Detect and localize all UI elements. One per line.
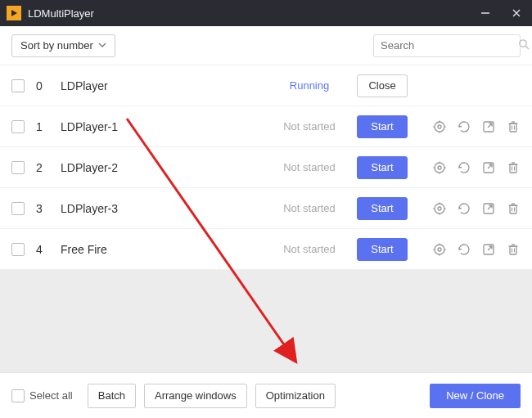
backup-icon[interactable] bbox=[457, 160, 471, 175]
instance-row: 4 Free Fire Not started Start bbox=[0, 229, 532, 270]
svg-point-42 bbox=[438, 248, 441, 251]
shortcut-icon[interactable] bbox=[481, 119, 496, 134]
search-box[interactable] bbox=[373, 34, 521, 57]
settings-icon[interactable] bbox=[432, 160, 447, 175]
instance-list: 0 LDPlayer Running Close 1 LDPlayer-1 No… bbox=[0, 65, 532, 270]
search-input[interactable] bbox=[381, 39, 518, 52]
instance-status: Running bbox=[268, 79, 350, 92]
minimize-button[interactable] bbox=[470, 0, 501, 26]
instance-status: Not started bbox=[268, 243, 350, 255]
instance-status: Not started bbox=[268, 120, 350, 133]
row-icons bbox=[429, 242, 521, 257]
empty-area bbox=[0, 270, 532, 372]
instance-name: LDPlayer bbox=[61, 79, 268, 92]
select-all-label: Select all bbox=[29, 389, 73, 402]
delete-icon[interactable] bbox=[506, 160, 521, 175]
row-checkbox[interactable] bbox=[11, 79, 25, 92]
delete-icon[interactable] bbox=[506, 119, 521, 134]
instance-name: LDPlayer-3 bbox=[61, 202, 268, 215]
svg-point-5 bbox=[435, 122, 444, 132]
select-all-checkbox[interactable] bbox=[11, 389, 25, 402]
instance-action-button[interactable]: Start bbox=[357, 156, 408, 179]
row-icons bbox=[429, 201, 521, 216]
delete-icon[interactable] bbox=[506, 242, 521, 257]
sort-dropdown[interactable]: Sort by number bbox=[11, 34, 115, 57]
chevron-down-icon bbox=[98, 39, 106, 52]
batch-button[interactable]: Batch bbox=[88, 384, 136, 408]
row-checkbox[interactable] bbox=[11, 161, 25, 174]
footer: Select all Batch Arrange windows Optimiz… bbox=[0, 372, 532, 418]
instance-index: 0 bbox=[36, 79, 51, 92]
row-icons bbox=[429, 119, 521, 134]
svg-point-18 bbox=[438, 166, 441, 169]
instance-row: 3 LDPlayer-3 Not started Start bbox=[0, 188, 532, 229]
instance-index: 3 bbox=[36, 202, 51, 215]
svg-point-29 bbox=[435, 204, 444, 213]
svg-rect-48 bbox=[510, 246, 516, 254]
settings-icon[interactable] bbox=[432, 242, 447, 257]
row-icons bbox=[429, 160, 521, 175]
delete-icon[interactable] bbox=[506, 201, 521, 216]
svg-rect-36 bbox=[510, 205, 516, 213]
instance-name: LDPlayer-1 bbox=[61, 120, 268, 133]
search-icon bbox=[518, 38, 530, 53]
svg-point-30 bbox=[438, 207, 441, 210]
arrange-windows-button[interactable]: Arrange windows bbox=[144, 384, 247, 408]
shortcut-icon[interactable] bbox=[481, 201, 496, 216]
instance-row: 1 LDPlayer-1 Not started Start bbox=[0, 106, 532, 147]
settings-icon[interactable] bbox=[432, 201, 447, 216]
svg-point-41 bbox=[435, 245, 444, 254]
instance-index: 2 bbox=[36, 161, 51, 174]
svg-rect-12 bbox=[510, 124, 516, 132]
toolbar: Sort by number bbox=[0, 26, 532, 65]
instance-action-button[interactable]: Close bbox=[357, 74, 408, 97]
settings-icon[interactable] bbox=[432, 119, 447, 134]
row-checkbox[interactable] bbox=[11, 202, 25, 215]
select-all[interactable]: Select all bbox=[11, 389, 73, 402]
instance-action-button[interactable]: Start bbox=[357, 115, 408, 138]
instance-name: Free Fire bbox=[61, 243, 268, 256]
svg-point-3 bbox=[520, 39, 526, 46]
instance-row: 2 LDPlayer-2 Not started Start bbox=[0, 147, 532, 188]
window-title: LDMultiPlayer bbox=[28, 7, 94, 20]
shortcut-icon[interactable] bbox=[481, 242, 496, 257]
sort-label: Sort by number bbox=[20, 39, 93, 52]
backup-icon[interactable] bbox=[457, 119, 471, 134]
new-clone-button[interactable]: New / Clone bbox=[430, 384, 521, 408]
backup-icon[interactable] bbox=[457, 242, 471, 257]
instance-action-button[interactable]: Start bbox=[357, 238, 408, 261]
svg-point-6 bbox=[438, 125, 441, 128]
row-checkbox[interactable] bbox=[11, 120, 25, 133]
close-window-button[interactable] bbox=[501, 0, 532, 26]
instance-name: LDPlayer-2 bbox=[61, 161, 268, 174]
instance-action-button[interactable]: Start bbox=[357, 197, 408, 220]
svg-point-17 bbox=[435, 163, 444, 173]
titlebar: LDMultiPlayer bbox=[0, 0, 532, 26]
app-window: LDMultiPlayer Sort by number 0 LDPlayer … bbox=[0, 0, 532, 418]
optimization-button[interactable]: Optimization bbox=[255, 384, 336, 408]
app-logo-icon bbox=[7, 6, 21, 20]
row-checkbox[interactable] bbox=[11, 243, 25, 256]
instance-row: 0 LDPlayer Running Close bbox=[0, 65, 532, 106]
instance-status: Not started bbox=[268, 202, 350, 214]
svg-rect-24 bbox=[510, 164, 516, 173]
instance-index: 4 bbox=[36, 243, 51, 256]
shortcut-icon[interactable] bbox=[481, 160, 496, 175]
svg-line-4 bbox=[525, 46, 529, 49]
instance-status: Not started bbox=[268, 161, 350, 173]
backup-icon[interactable] bbox=[457, 201, 471, 216]
instance-index: 1 bbox=[36, 120, 51, 133]
